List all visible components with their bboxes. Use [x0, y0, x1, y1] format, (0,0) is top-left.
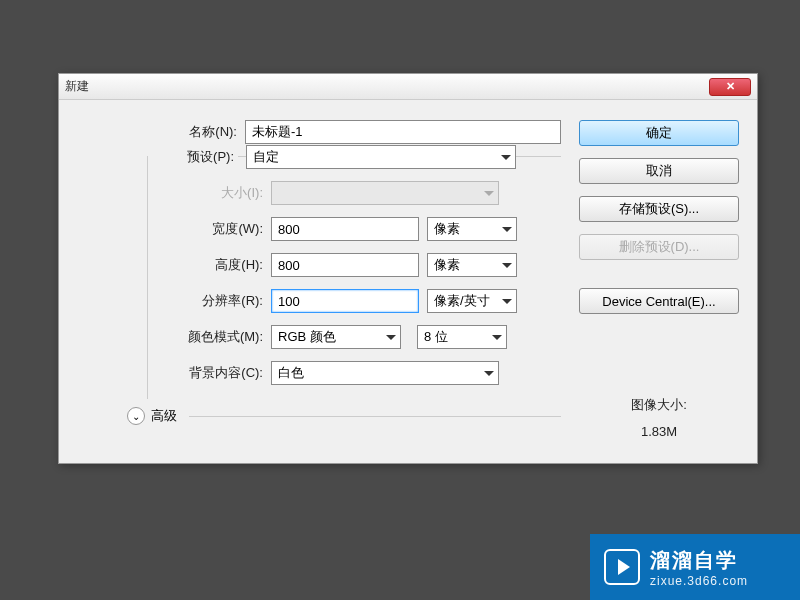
resolution-unit-combo[interactable]: 像素/英寸	[427, 289, 517, 313]
advanced-label: 高级	[151, 407, 177, 425]
preset-value: 自定	[253, 148, 279, 166]
watermark-url: zixue.3d66.com	[650, 574, 748, 588]
chevron-down-icon	[484, 371, 494, 376]
close-icon: ✕	[726, 80, 735, 93]
size-combo	[271, 181, 499, 205]
background-row: 背景内容(C): 白色	[148, 361, 561, 385]
width-row: 宽度(W): 像素	[148, 217, 561, 241]
preset-row: 预设(P): 自定	[148, 145, 561, 169]
height-unit-value: 像素	[434, 256, 460, 274]
name-row: 名称(N):	[77, 120, 561, 144]
bit-depth-combo[interactable]: 8 位	[417, 325, 507, 349]
chevron-down-icon	[502, 263, 512, 268]
form-column: 名称(N): 预设(P): 自定 大小(I):	[77, 120, 561, 439]
resolution-unit-value: 像素/英寸	[434, 292, 490, 310]
save-preset-button[interactable]: 存储预设(S)...	[579, 196, 739, 222]
image-size-value: 1.83M	[579, 424, 739, 439]
dialog-body: 名称(N): 预设(P): 自定 大小(I):	[59, 100, 757, 463]
chevron-down-icon	[502, 227, 512, 232]
size-row: 大小(I):	[148, 181, 561, 205]
watermark-text: 溜溜自学 zixue.3d66.com	[650, 547, 748, 588]
resolution-input[interactable]	[271, 289, 419, 313]
name-label: 名称(N):	[77, 123, 237, 141]
close-button[interactable]: ✕	[709, 78, 751, 96]
chevron-down-icon	[492, 335, 502, 340]
bit-depth-value: 8 位	[424, 328, 448, 346]
height-input[interactable]	[271, 253, 419, 277]
dialog-title: 新建	[65, 78, 89, 95]
width-unit-value: 像素	[434, 220, 460, 238]
ok-button[interactable]: 确定	[579, 120, 739, 146]
titlebar: 新建 ✕	[59, 74, 757, 100]
height-row: 高度(H): 像素	[148, 253, 561, 277]
width-label: 宽度(W):	[148, 220, 263, 238]
cancel-button[interactable]: 取消	[579, 158, 739, 184]
size-label: 大小(I):	[148, 184, 263, 202]
image-size-label: 图像大小:	[579, 396, 739, 414]
width-unit-combo[interactable]: 像素	[427, 217, 517, 241]
new-document-dialog: 新建 ✕ 名称(N): 预设(P): 自定	[58, 73, 758, 464]
watermark: 溜溜自学 zixue.3d66.com	[590, 534, 800, 600]
divider	[189, 416, 561, 417]
name-input[interactable]	[245, 120, 561, 144]
background-label: 背景内容(C):	[148, 364, 263, 382]
chevron-down-icon	[501, 155, 511, 160]
preset-label: 预设(P):	[148, 148, 238, 166]
delete-preset-button: 删除预设(D)...	[579, 234, 739, 260]
advanced-toggle[interactable]: ⌄	[127, 407, 145, 425]
watermark-title: 溜溜自学	[650, 547, 748, 574]
color-mode-value: RGB 颜色	[278, 328, 336, 346]
preset-fieldset: 预设(P): 自定 大小(I): 宽度	[147, 156, 561, 399]
width-input[interactable]	[271, 217, 419, 241]
chevron-down-icon	[484, 191, 494, 196]
button-column: 确定 取消 存储预设(S)... 删除预设(D)... Device Centr…	[579, 120, 739, 439]
color-mode-label: 颜色模式(M):	[148, 328, 263, 346]
chevron-down-icon: ⌄	[132, 411, 140, 422]
image-size-info: 图像大小: 1.83M	[579, 396, 739, 439]
color-mode-row: 颜色模式(M): RGB 颜色 8 位	[148, 325, 561, 349]
preset-combo[interactable]: 自定	[246, 145, 516, 169]
play-icon	[604, 549, 640, 585]
chevron-down-icon	[386, 335, 396, 340]
color-mode-combo[interactable]: RGB 颜色	[271, 325, 401, 349]
device-central-button[interactable]: Device Central(E)...	[579, 288, 739, 314]
background-combo[interactable]: 白色	[271, 361, 499, 385]
height-unit-combo[interactable]: 像素	[427, 253, 517, 277]
background-value: 白色	[278, 364, 304, 382]
height-label: 高度(H):	[148, 256, 263, 274]
chevron-down-icon	[502, 299, 512, 304]
resolution-label: 分辨率(R):	[148, 292, 263, 310]
resolution-row: 分辨率(R): 像素/英寸	[148, 289, 561, 313]
advanced-row: ⌄ 高级	[127, 407, 561, 425]
